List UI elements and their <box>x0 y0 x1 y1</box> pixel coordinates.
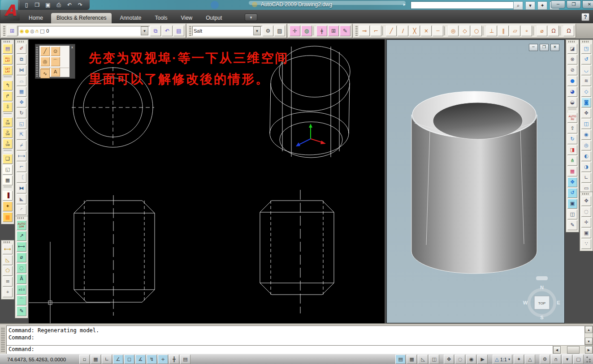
temporary-track-point-button[interactable]: ⊸ <box>359 26 370 36</box>
annotation-scale-button[interactable]: △ 1:1 ▾ <box>493 355 512 364</box>
slice-button[interactable]: ◫ <box>581 119 591 129</box>
zoom-realtime-button[interactable]: ◌ <box>581 207 591 217</box>
tolerance-button[interactable]: ±0.0 <box>17 285 26 295</box>
camera-button[interactable]: ▣ <box>581 228 591 238</box>
gradient-swatch-button[interactable]: ▆ <box>3 212 13 222</box>
toolbar-grip[interactable] <box>36 46 38 77</box>
3d-pan-button[interactable]: ✥ <box>567 177 577 187</box>
viewcube-home-pill[interactable] <box>536 276 548 280</box>
realistic-style-button[interactable]: ● <box>567 76 577 86</box>
line-tool-button[interactable]: ╱ <box>40 47 50 56</box>
layer-dropdown[interactable]: ◉●◍∩□ 0 ▼ <box>18 26 150 36</box>
keypad-panel-button[interactable]: ▦ <box>3 176 13 185</box>
snap-extension-button[interactable]: ┄ <box>433 26 443 36</box>
command-vertical-scrollbar[interactable]: ▲ ▼ <box>584 325 593 345</box>
area-polygon-button[interactable]: ⬠ <box>3 266 13 276</box>
scroll-down-icon[interactable]: ▼ <box>585 338 593 345</box>
model-button[interactable]: ▤ <box>395 355 406 364</box>
sweep-button[interactable]: ◡ <box>581 65 591 75</box>
dim-curve-button[interactable]: ⌒ <box>17 295 26 305</box>
layer-dropdown-arrow[interactable]: ▼ <box>141 26 148 35</box>
close-button[interactable]: ✕ <box>582 0 593 9</box>
set-lay-button[interactable]: SET LAY <box>3 65 13 75</box>
pan-button[interactable]: ✥ <box>444 355 454 364</box>
manage-visual-styles-button[interactable]: ◒ <box>567 98 577 107</box>
sketch-erase-button[interactable]: ✎ <box>340 26 351 36</box>
dim-zoom-button[interactable]: ◌ <box>17 263 26 273</box>
h-sw-button[interactable]: H SW <box>3 117 13 127</box>
status-menu-arrow-button[interactable]: ▾ <box>562 355 572 364</box>
ucs-3point-button[interactable]: ∟ <box>581 173 591 183</box>
point-filter-button[interactable]: ✛ <box>290 26 300 36</box>
auto-3d-button[interactable]: AUTO 3D <box>567 113 577 123</box>
scroll-up-icon[interactable]: ▲ <box>585 326 593 333</box>
layout-button[interactable]: ◫ <box>429 355 439 364</box>
ribbon-overflow-button[interactable]: ▾ <box>245 13 257 21</box>
erase-button[interactable]: ✐ <box>17 44 26 54</box>
copy-sheets-button[interactable]: ❏ <box>3 154 13 164</box>
show-motion-button[interactable]: ▶ <box>477 355 488 364</box>
command-window-grip[interactable] <box>1 327 5 352</box>
viewport-restore-button[interactable]: ❐ <box>540 44 549 51</box>
dim-update-button[interactable]: ✎ <box>17 306 26 316</box>
zoom-button[interactable]: ◌ <box>455 355 465 364</box>
drawing-canvas[interactable]: 先变为双视埠·等一下从三维空间 里面可以了解修改後的情形。 ╱⊙◎⌒↗A ∿ x <box>29 39 385 323</box>
osnap-toggle[interactable]: ◻ <box>124 355 134 364</box>
divide-tool-button[interactable]: ∿ <box>40 69 50 78</box>
communication-center-button[interactable]: ✦ <box>537 1 547 10</box>
ellipse-tool-button[interactable]: ◎ <box>40 57 50 66</box>
tab-output[interactable]: Output <box>200 13 227 23</box>
help-button[interactable]: ? <box>581 13 589 21</box>
viewport-3d[interactable]: N W E S TOP ─❐✕ <box>386 39 565 323</box>
pan-hand-button[interactable]: ✥ <box>581 196 591 206</box>
scroll-left-icon[interactable]: ◀ <box>553 346 561 354</box>
rotate-button[interactable]: ↻ <box>17 108 26 118</box>
snap-insert-button[interactable]: ▱ <box>510 26 520 36</box>
polysolid-button[interactable]: ◳ <box>581 44 591 54</box>
snap-quadrant-button[interactable]: ◇ <box>459 26 470 36</box>
quick-view-drawings-button[interactable]: ◺ <box>418 355 428 364</box>
chamfer-button[interactable]: ◣ <box>17 194 26 204</box>
layer-properties-manager-button[interactable]: ⊞ <box>7 26 17 36</box>
qp-toggle[interactable]: ▤ <box>180 355 190 364</box>
infocenter-search-input[interactable] <box>411 1 514 9</box>
tab-home[interactable]: Home <box>23 13 48 23</box>
snap-from-button[interactable]: ⌐ <box>371 26 381 36</box>
auto-dim-button[interactable]: AUTO DIM <box>17 220 26 230</box>
diameter-dimension-button[interactable]: ⌀ <box>17 253 26 262</box>
3d-wireframe-style-button[interactable]: ⊗ <box>567 55 577 64</box>
toolbar-grip[interactable] <box>189 26 191 36</box>
d-sw-button[interactable]: D SW <box>3 128 13 138</box>
viewcube-top-label[interactable]: TOP <box>538 301 545 305</box>
copy-button[interactable]: ⧉ <box>17 55 26 64</box>
infocenter-expand-arrow[interactable]: ▸ <box>403 2 406 7</box>
search-options-arrow[interactable]: ▾ <box>525 1 535 10</box>
snap-tangent-button[interactable]: ○ <box>471 26 482 36</box>
layer-previous-button[interactable]: ↶ <box>162 26 173 36</box>
workspace-gear-button[interactable]: ⚙ <box>540 355 550 364</box>
clean-screen-button[interactable]: ▢ <box>573 355 584 364</box>
toolbar-grip[interactable] <box>355 26 358 36</box>
layer-walk-s-button[interactable]: ↱ <box>3 91 13 101</box>
search-button[interactable]: ⌕ <box>513 1 523 10</box>
frame-table-button[interactable]: ⊞ <box>328 26 339 36</box>
move-button[interactable]: ✥ <box>17 98 26 107</box>
sign-check-button[interactable]: ✎ <box>567 220 577 230</box>
style-edit-button[interactable]: ▨ <box>274 26 285 36</box>
array-button[interactable]: ▦ <box>17 87 26 97</box>
snap-center-button[interactable]: ◎ <box>448 26 459 36</box>
quick-view-layouts-button[interactable]: ▦ <box>407 355 417 364</box>
command-history[interactable]: Command: Regenerating model. Command: <box>6 325 589 346</box>
otrack-toggle[interactable]: ∡ <box>135 355 146 364</box>
grid-toggle[interactable]: ▦ <box>91 355 101 364</box>
snap-toggle[interactable]: ▫ <box>79 355 90 364</box>
snap-perpendicular-button[interactable]: ⊥ <box>486 26 497 36</box>
3d-move-button[interactable]: ✥ <box>581 108 591 118</box>
union-button[interactable]: ◉ <box>581 130 591 140</box>
minimize-button[interactable]: ─ <box>551 0 565 9</box>
tab-annotate[interactable]: Annotate <box>114 13 147 23</box>
intersect-button[interactable]: ◐ <box>581 151 591 161</box>
viewport-minimize-button[interactable]: ─ <box>529 44 538 51</box>
application-menu-button[interactable]: A <box>1 0 20 21</box>
command-horizontal-scrollbar[interactable]: ◀ ▶ <box>553 345 593 355</box>
